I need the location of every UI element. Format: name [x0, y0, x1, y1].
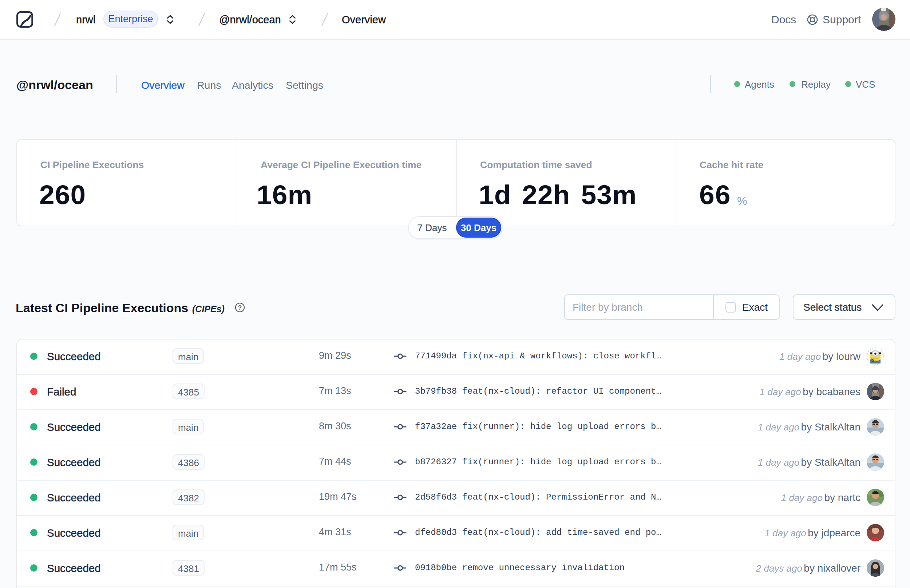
svg-text:?: ? — [238, 304, 242, 311]
